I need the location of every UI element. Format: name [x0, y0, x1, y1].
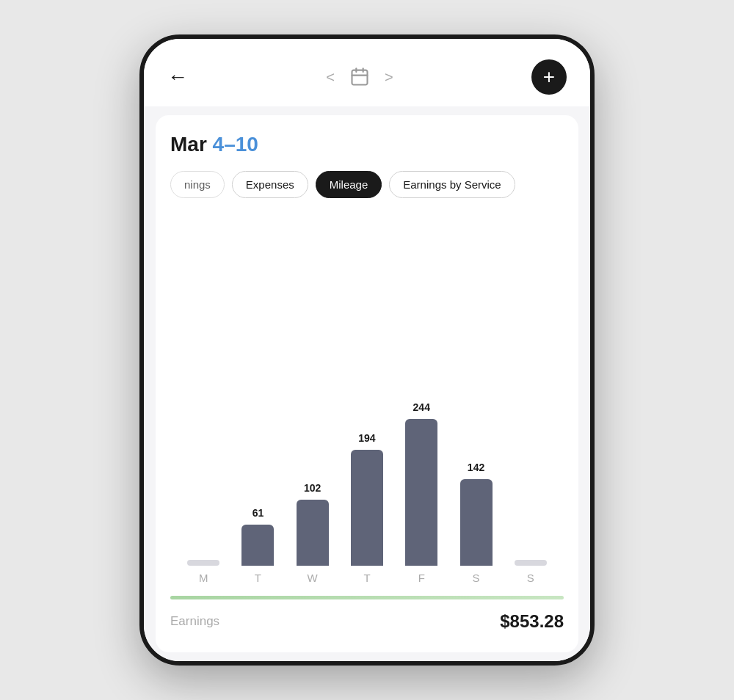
- phone-frame: ← < > + Mar 4–10 nings: [139, 34, 595, 666]
- bar-value-t2: 194: [358, 429, 375, 444]
- day-label-t2: T: [340, 572, 394, 584]
- bar-s2: [515, 560, 547, 566]
- bar-value-t1: 61: [252, 504, 264, 519]
- day-label-f: F: [394, 572, 448, 584]
- bar-group-w: 102: [286, 479, 340, 566]
- bar-group-t2: 194: [340, 429, 394, 566]
- day-label-w: W: [286, 572, 340, 584]
- day-label-s2: S: [504, 572, 558, 584]
- day-label-s1: S: [448, 572, 503, 584]
- nav-controls: < >: [326, 65, 393, 89]
- date-range: 4–10: [213, 133, 258, 156]
- tab-earnings[interactable]: nings: [170, 171, 225, 198]
- bar-w: [297, 500, 329, 566]
- back-button[interactable]: ←: [167, 67, 188, 87]
- bar-value-f: 244: [413, 398, 430, 413]
- tabs-container: nings Expenses Mileage Earnings by Servi…: [170, 171, 564, 200]
- calendar-icon[interactable]: [348, 65, 371, 89]
- bar-m: [187, 560, 219, 566]
- bar-group-t1: 61: [230, 504, 285, 566]
- date-month: Mar: [170, 133, 207, 156]
- main-card: Mar 4–10 nings Expenses Mileage Earnings…: [156, 115, 578, 652]
- tab-expenses[interactable]: Expenses: [232, 171, 308, 198]
- day-label-t1: T: [230, 572, 285, 584]
- day-labels: M T W T F S S: [170, 566, 564, 584]
- svg-rect-0: [352, 70, 368, 85]
- chart-area: 61 102 194 244: [170, 217, 564, 584]
- earnings-divider: [170, 596, 564, 599]
- add-button[interactable]: +: [531, 59, 567, 95]
- bar-group-s2: [504, 539, 558, 566]
- top-bar: ← < > +: [144, 39, 590, 106]
- bar-group-s1: 142: [448, 459, 503, 566]
- bar-group-f: 244: [394, 398, 448, 566]
- day-label-m: M: [176, 572, 230, 584]
- bar-f: [405, 419, 437, 566]
- bar-value-w: 102: [304, 479, 321, 494]
- tab-mileage[interactable]: Mileage: [316, 171, 382, 198]
- earnings-value: $853.28: [500, 611, 564, 632]
- date-title: Mar 4–10: [170, 133, 564, 156]
- tab-earnings-by-service[interactable]: Earnings by Service: [389, 171, 515, 198]
- bar-t2: [351, 450, 383, 566]
- bar-s1: [460, 479, 493, 566]
- bar-t1: [241, 525, 274, 566]
- next-button[interactable]: >: [385, 69, 393, 86]
- bar-group-m: [176, 539, 230, 566]
- bar-value-s1: 142: [468, 459, 484, 473]
- earnings-label: Earnings: [170, 614, 219, 629]
- earnings-row: Earnings $853.28: [170, 608, 564, 638]
- prev-button[interactable]: <: [326, 69, 335, 86]
- content-area: Mar 4–10 nings Expenses Mileage Earnings…: [144, 106, 590, 661]
- bars-container: 61 102 194 244: [170, 404, 564, 566]
